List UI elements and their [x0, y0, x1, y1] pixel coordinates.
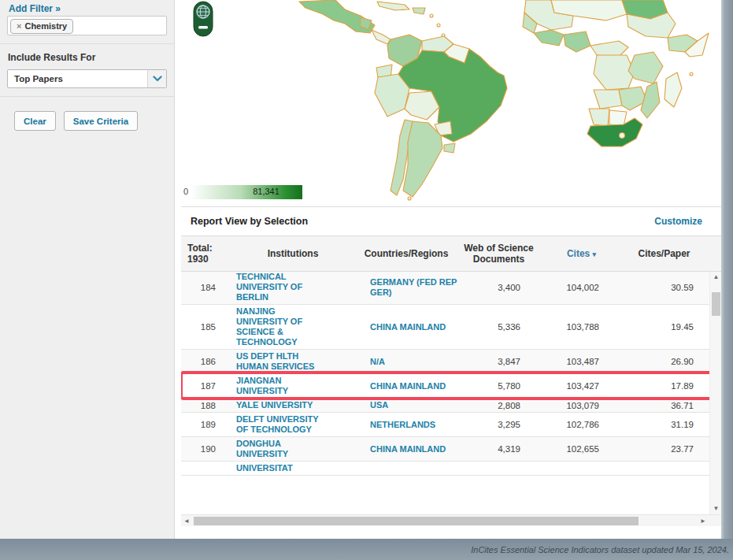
filter-chip-chemistry[interactable]: × Chemistry	[10, 19, 73, 34]
cites-value: 103,487	[536, 357, 615, 366]
cites-value: 103,427	[536, 381, 615, 391]
institution-link[interactable]: TECHNICAL UNIVERSITY OF BERLIN	[227, 272, 359, 302]
table-row: 189DELFT UNIVERSITY OF TECHNOLOGYNETHERL…	[181, 413, 709, 437]
sort-desc-icon: ▾	[593, 250, 597, 258]
legend-min-value: 0	[183, 187, 188, 196]
table-header-row: Total:1930 Institutions Countries/Region…	[181, 236, 721, 272]
cites-value: 104,002	[536, 283, 615, 292]
table-row: 186US DEPT HLTH HUMAN SERVICESN/A3,84710…	[181, 350, 709, 374]
cites-per-paper-value: 30.59	[615, 283, 709, 292]
cites-value: 102,786	[536, 420, 615, 429]
cites-value: 103,788	[536, 322, 615, 332]
rank-cell: 188	[181, 401, 227, 410]
institution-link[interactable]: DONGHUA UNIVERSITY	[227, 439, 359, 459]
table-row: 184TECHNICAL UNIVERSITY OF BERLINGERMANY…	[181, 272, 709, 305]
zoom-out-icon	[198, 26, 208, 28]
map-zoom-control	[194, 2, 213, 36]
table-row: UNIVERSITAT	[181, 462, 709, 476]
table-row: 190DONGHUA UNIVERSITYCHINA MAINLAND4,319…	[181, 437, 709, 462]
institution-link[interactable]: US DEPT HLTH HUMAN SERVICES	[227, 351, 359, 372]
rank-cell: 186	[181, 357, 227, 366]
institution-link[interactable]: NANJING UNIVERSITY OF SCIENCE & TECHNOLO…	[227, 306, 359, 347]
country-link[interactable]: CHINA MAINLAND	[359, 322, 469, 332]
choropleth-map[interactable]	[181, 0, 721, 203]
column-header-cites-per-paper: Cites/Paper	[619, 248, 709, 259]
wos-documents-value: 3,847	[469, 357, 536, 366]
status-footer: InCites Essential Science Indicators dat…	[0, 539, 733, 560]
wos-documents-value: 2,808	[469, 401, 536, 410]
filter-sidebar: Add Filter » × Chemistry Include Results…	[0, 0, 175, 539]
dataset-updated-note: InCites Essential Science Indicators dat…	[471, 545, 729, 554]
include-results-label: Include Results For	[8, 52, 174, 63]
legend-max-value: 81,341	[231, 187, 302, 196]
wos-documents-value: 3,400	[469, 283, 536, 292]
country-link[interactable]: N/A	[359, 357, 469, 367]
column-header-cites-sort[interactable]: Cites ▾	[544, 248, 619, 260]
sidebar-divider	[0, 96, 174, 97]
dropdown-value: Top Papers	[8, 74, 63, 83]
cites-per-paper-value: 31.19	[615, 420, 709, 429]
filter-chip-container[interactable]: × Chemistry	[7, 16, 167, 35]
world-map[interactable]: 0 81,341	[181, 0, 721, 203]
institution-link[interactable]: JIANGNAN UNIVERSITY	[227, 376, 359, 396]
cites-per-paper-value: 26.90	[615, 357, 709, 366]
cites-value: 102,655	[536, 444, 615, 454]
column-header-countries: Countries/Regions	[359, 248, 453, 259]
country-link[interactable]: GERMANY (FED REP GER)	[359, 277, 469, 298]
scroll-right-icon[interactable]: ►	[698, 515, 709, 527]
wos-documents-value: 5,336	[469, 322, 536, 332]
column-header-institutions: Institutions	[227, 248, 359, 259]
country-link[interactable]	[359, 464, 469, 473]
wos-documents-value: 4,319	[469, 444, 536, 454]
table-body: UNIVERSITYMAINLAND184TECHNICAL UNIVERSIT…	[181, 272, 709, 476]
cites-per-paper-value: 36.71	[615, 401, 709, 410]
rank-cell: 190	[181, 444, 227, 454]
cites-per-paper-value: 23.77	[615, 444, 709, 454]
map-legend: 0 81,341	[183, 185, 341, 199]
chip-remove-icon[interactable]: ×	[17, 21, 21, 31]
clear-button[interactable]: Clear	[14, 111, 56, 131]
report-view-band: Report View by Selection Customize	[181, 206, 721, 236]
table-row-highlighted: 187JIANGNAN UNIVERSITYCHINA MAINLAND5,78…	[181, 374, 709, 399]
wos-documents-value: 3,295	[469, 420, 536, 429]
column-header-wos-documents: Web of Science Documents	[453, 243, 544, 265]
country-link[interactable]: CHINA MAINLAND	[359, 381, 469, 391]
chip-label: Chemistry	[24, 21, 67, 31]
wos-documents-value: 5,780	[469, 381, 536, 391]
chevron-down-icon[interactable]	[147, 70, 166, 87]
horizontal-scrollbar[interactable]: ◄ ►	[181, 514, 721, 526]
institution-link[interactable]: DELFT UNIVERSITY OF TECHNOLOGY	[227, 414, 359, 435]
table-row: 188YALE UNIVERSITYUSA2,808103,07936.71	[181, 399, 709, 413]
cites-per-paper-value: 19.45	[615, 322, 709, 332]
scroll-down-icon[interactable]: ▼	[710, 503, 721, 514]
rank-cell: 187	[181, 381, 227, 391]
country-link[interactable]: NETHERLANDS	[359, 420, 469, 430]
esi-page: Add Filter » × Chemistry Include Results…	[0, 0, 733, 560]
table-viewport: UNIVERSITYMAINLAND184TECHNICAL UNIVERSIT…	[181, 272, 721, 514]
horizontal-scroll-thumb[interactable]	[194, 517, 639, 525]
window-backdrop-strip	[721, 0, 733, 560]
cites-value: 103,079	[536, 401, 615, 410]
vertical-scroll-thumb[interactable]	[712, 292, 720, 316]
institution-link[interactable]: UNIVERSITAT	[227, 463, 359, 473]
scroll-up-icon[interactable]: ▲	[710, 272, 721, 283]
cites-per-paper-value: 17.89	[615, 381, 709, 391]
scroll-left-icon[interactable]: ◄	[181, 515, 192, 527]
save-criteria-button[interactable]: Save Criteria	[64, 111, 138, 131]
vertical-scrollbar[interactable]: ▲ ▼	[709, 272, 721, 514]
country-link[interactable]: CHINA MAINLAND	[359, 444, 469, 454]
add-filter-link[interactable]: Add Filter »	[9, 3, 174, 14]
rank-cell: 185	[181, 322, 227, 332]
total-count-header: Total:1930	[181, 243, 227, 265]
country-link[interactable]: USA	[359, 400, 469, 410]
table-row: 185NANJING UNIVERSITY OF SCIENCE & TECHN…	[181, 305, 709, 350]
sidebar-divider	[0, 43, 174, 44]
results-dropdown[interactable]: Top Papers	[7, 69, 167, 88]
customize-link[interactable]: Customize	[654, 216, 702, 227]
rank-cell: 184	[181, 283, 227, 292]
institution-link[interactable]: YALE UNIVERSITY	[227, 400, 359, 410]
rank-cell: 189	[181, 420, 227, 429]
report-view-title: Report View by Selection	[191, 216, 308, 227]
